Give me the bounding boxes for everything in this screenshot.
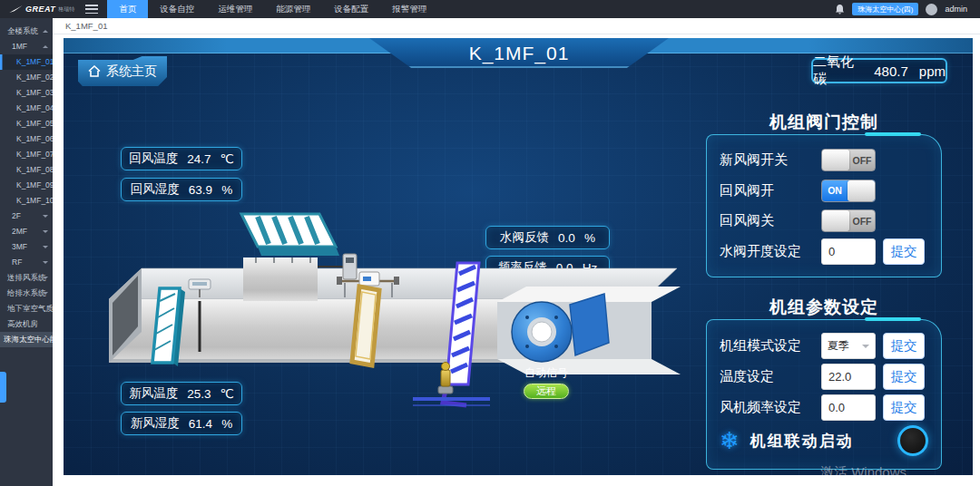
sidebar-item-给排水系统[interactable]: 给排水系统 (0, 286, 53, 301)
linkage-start-label: 机组联动启动 (750, 431, 854, 452)
sidebar-item-label: K_1MF_08 (16, 165, 53, 174)
toggle-state: OFF (849, 150, 875, 170)
sidebar-item-RF[interactable]: RF (0, 255, 53, 270)
sidebar-item-1MF[interactable]: 1MF (0, 39, 53, 54)
fresh-valve-row: 新风阀开关 OFF (720, 146, 928, 174)
hmi-dashboard: K_1MF_01 系统主页 二氧化碳 480.7 ppm 回风温度 24.7 ℃… (64, 38, 973, 475)
chevron-down-icon (43, 215, 48, 218)
chevron-down-icon (862, 345, 869, 348)
co2-unit: ppm (919, 63, 946, 79)
sidebar-item-label: K_1MF_02 (16, 73, 53, 82)
sidebar-item-K_1MF_01[interactable]: K_1MF_01 (0, 54, 53, 70)
water-valve-input[interactable] (821, 238, 876, 265)
sidebar-item-K_1MF_10[interactable]: K_1MF_10 (0, 193, 53, 209)
app-root: GREAT 格瑞特 首页 设备自控 运维管理 能源管理 设备配置 报警管理 珠海… (0, 0, 980, 486)
menu-item-energy[interactable]: 能源管理 (264, 0, 322, 18)
sidebar-item-K_1MF_07[interactable]: K_1MF_07 (0, 147, 53, 162)
sidebar-item-K_1MF_06[interactable]: K_1MF_06 (0, 131, 53, 147)
sidebar-item-送排风系统[interactable]: 送排风系统 (0, 270, 53, 286)
tab-k-1mf-01[interactable]: K_1MF_01 (65, 21, 107, 31)
logo-subtext: 格瑞特 (58, 5, 74, 14)
return-temp-label: 回风温度 (129, 151, 178, 167)
sidebar-item-label: 高效机房 (7, 319, 38, 328)
return-valve-open-label: 回风阀开 (720, 182, 821, 199)
sidebar-item-高效机房[interactable]: 高效机房 (0, 316, 53, 332)
home-icon (88, 65, 101, 77)
chevron-up-icon (43, 45, 48, 48)
sidebar-item-label: 送排风系统 (7, 273, 46, 282)
water-valve-set-label: 水阀开度设定 (720, 243, 821, 260)
sidebar-item-K_1MF_05[interactable]: K_1MF_05 (0, 116, 53, 131)
navbar-right: 珠海太空中心(四) admin (835, 3, 980, 15)
sidebar-item-label: K_1MF_06 (16, 134, 53, 143)
sidebar-item-2MF[interactable]: 2MF (0, 224, 53, 239)
mode-set-row: 机组模式设定 夏季 提交 (720, 332, 928, 360)
temp-set-input[interactable] (821, 364, 876, 390)
sidebar-item-label: K_1MF_05 (16, 119, 53, 128)
sidebar-item-珠海太空中心能耗[interactable]: 珠海太空中心能耗 (0, 332, 53, 347)
bell-icon[interactable] (835, 4, 845, 15)
sidebar-item-label: K_1MF_09 (16, 180, 53, 190)
menu-item-ops[interactable]: 运维管理 (206, 0, 264, 18)
sidebar-item-K_1MF_04[interactable]: K_1MF_04 (0, 101, 53, 116)
co2-chip: 二氧化碳 480.7 ppm (811, 58, 947, 83)
freq-set-input[interactable] (821, 394, 876, 421)
chevron-down-icon (43, 246, 48, 248)
sidebar-item-label: 2MF (12, 227, 27, 236)
chevron-down-icon (43, 292, 48, 295)
return-valve-open-row: 回风阀开 ON (720, 177, 928, 205)
sidebar-item-K_1MF_02[interactable]: K_1MF_02 (0, 70, 53, 85)
valve-panel-title: 机组阀门控制 (706, 111, 942, 134)
sidebar-item-2F[interactable]: 2F (0, 209, 53, 224)
return-valve-open-toggle[interactable]: ON (821, 180, 876, 202)
page-title: K_1MF_01 (469, 43, 570, 64)
snowflake-icon: ❄ (720, 429, 740, 452)
return-humidity-unit: % (221, 183, 232, 197)
logo-text: GREAT (25, 5, 55, 14)
freq-submit-button[interactable]: 提交 (883, 394, 925, 421)
toggle-knob (822, 210, 849, 231)
return-temp-value: 24.7 (187, 152, 211, 166)
temp-submit-button[interactable]: 提交 (883, 364, 925, 390)
return-valve-close-toggle[interactable]: OFF (821, 209, 876, 232)
menu-item-device-control[interactable]: 设备自控 (148, 0, 206, 18)
avatar[interactable] (926, 4, 937, 15)
sidebar-handle[interactable] (0, 372, 6, 403)
main-menu: 首页 设备自控 运维管理 能源管理 设备配置 报警管理 (107, 0, 438, 18)
top-navbar: GREAT 格瑞特 首页 设备自控 运维管理 能源管理 设备配置 报警管理 珠海… (0, 0, 980, 18)
sidebar: 全楼系统1MFK_1MF_01K_1MF_02K_1MF_03K_1MF_04K… (0, 18, 53, 486)
sidebar-item-全楼系统[interactable]: 全楼系统 (0, 24, 53, 39)
sidebar-item-K_1MF_08[interactable]: K_1MF_08 (0, 162, 53, 178)
linkage-start-button[interactable] (897, 425, 928, 456)
toggle-state: ON (822, 180, 848, 201)
chevron-up-icon (43, 30, 48, 33)
sidebar-item-K_1MF_03[interactable]: K_1MF_03 (0, 85, 53, 101)
menu-item-device-config[interactable]: 设备配置 (322, 0, 380, 18)
menu-item-home[interactable]: 首页 (107, 0, 148, 18)
fresh-valve-toggle[interactable]: OFF (821, 149, 876, 171)
system-home-button[interactable]: 系统主页 (78, 56, 167, 86)
sidebar-item-label: 3MF (12, 242, 27, 251)
mode-submit-button[interactable]: 提交 (883, 333, 925, 359)
co2-value: 480.7 (874, 63, 908, 79)
username[interactable]: admin (945, 5, 967, 14)
chevron-down-icon (43, 277, 48, 279)
temp-set-label: 温度设定 (720, 368, 821, 385)
sidebar-collapse-icon[interactable] (85, 5, 98, 14)
sidebar-item-地下室空气质量[interactable]: 地下室空气质量 (0, 301, 53, 316)
sidebar-item-label: RF (12, 258, 22, 267)
tab-bar: K_1MF_01 (53, 18, 980, 34)
water-valve-submit-button[interactable]: 提交 (883, 238, 925, 265)
sidebar-item-K_1MF_09[interactable]: K_1MF_09 (0, 178, 53, 193)
project-badge[interactable]: 珠海太空中心(四) (852, 3, 918, 15)
return-humidity-chip: 回风湿度 63.9 % (121, 178, 242, 201)
sidebar-item-3MF[interactable]: 3MF (0, 239, 53, 255)
water-valve-set-row: 水阀开度设定 提交 (720, 238, 928, 266)
ahu-diagram (91, 207, 726, 433)
mode-select[interactable]: 夏季 (821, 333, 876, 359)
fan-signal-block: 自动信号 远程 (492, 365, 601, 399)
menu-item-alarm[interactable]: 报警管理 (380, 0, 438, 18)
remote-mode-pill[interactable]: 远程 (524, 384, 569, 399)
return-humidity-label: 回风湿度 (131, 181, 180, 198)
sidebar-item-label: K_1MF_03 (16, 88, 53, 97)
